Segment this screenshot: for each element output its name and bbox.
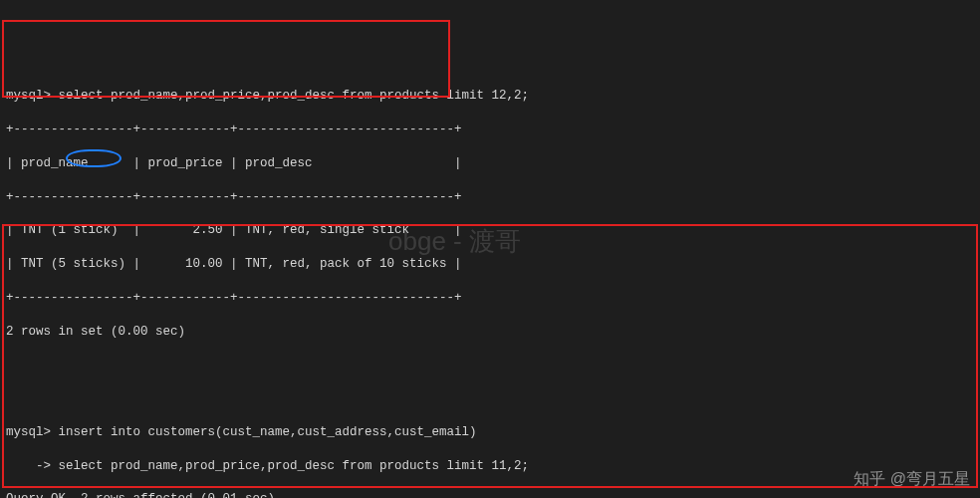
q1-sep-top: +----------------+------------+---------…: [6, 122, 974, 138]
q1-row-1: | TNT (5 sticks) | 10.00 | TNT, red, pac…: [6, 256, 974, 273]
q2-cmd-l1[interactable]: -> select prod_name,prod_price,prod_desc…: [6, 458, 974, 475]
highlight-box-1: [2, 20, 450, 98]
q1-sep-bot: +----------------+------------+---------…: [6, 290, 974, 307]
q2-status-1: Query OK, 2 rows affected (0.01 sec): [6, 491, 974, 498]
q1-sep-mid: +----------------+------------+---------…: [6, 189, 974, 206]
q2-cmd-l0[interactable]: mysql> insert into customers(cust_name,c…: [6, 424, 974, 441]
q1-cmd[interactable]: mysql> select prod_name,prod_price,prod_…: [6, 88, 974, 105]
q1-status: 2 rows in set (0.00 sec): [6, 324, 974, 341]
blank-1: [6, 357, 974, 374]
q1-header: | prod_name | prod_price | prod_desc |: [6, 155, 974, 172]
q1-row-0: | TNT (1 stick) | 2.50 | TNT, red, singl…: [6, 222, 974, 239]
